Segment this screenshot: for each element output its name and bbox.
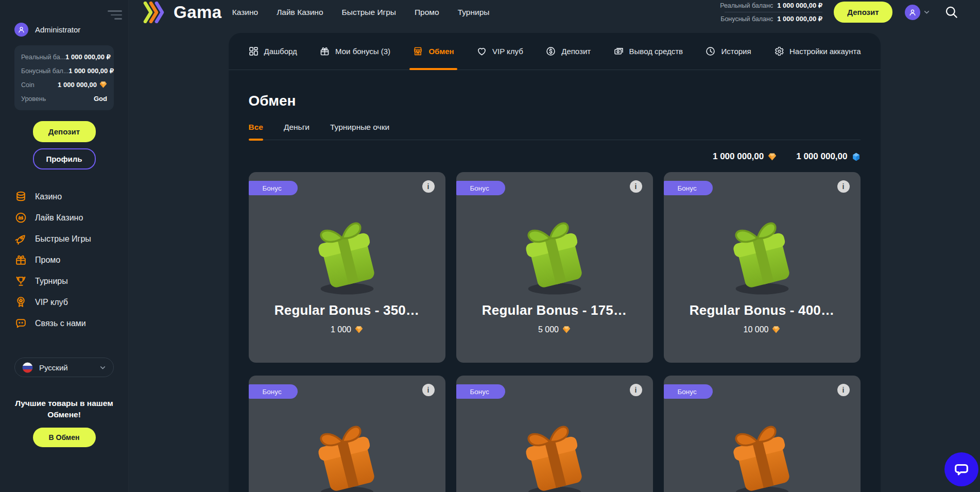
bonus-card[interactable]: Бонус i (456, 376, 653, 492)
quick-games-icon (14, 232, 27, 245)
filter-money[interactable]: Деньги (284, 123, 310, 140)
brand-chevrons-icon (143, 2, 170, 23)
account-menu[interactable] (905, 5, 930, 20)
sidebar-user[interactable]: Administrator (14, 23, 114, 37)
tab-history[interactable]: История (705, 33, 751, 70)
sidebar-promo-text: Лучшие товары в нашем Обмене! (14, 398, 114, 420)
gem-orange-icon (99, 81, 107, 89)
gem-orange-icon (355, 326, 363, 334)
bonus-badge: Бонус (664, 384, 713, 399)
tab-deposit[interactable]: Депозит (545, 33, 591, 70)
top-nav-tournaments[interactable]: Турниры (458, 8, 490, 17)
green-gift-image (506, 212, 604, 297)
tab-my-bonuses[interactable]: Мои бонусы (3) (319, 33, 390, 70)
info-icon[interactable]: i (837, 384, 850, 396)
bonus-badge: Бонус (664, 181, 713, 195)
content-wrapper: Дашборд Мои бонусы (3) Обмен (129, 24, 980, 492)
gem-orange-icon (562, 326, 571, 334)
brand-name: Gama (174, 3, 222, 22)
stat-bonus-balance: Бонусный бал... 1 000 000,00 ₽ (21, 64, 107, 78)
tab-account-settings[interactable]: Настройки аккаунта (773, 33, 861, 70)
green-gift-image (298, 212, 396, 297)
settings-icon (773, 46, 784, 57)
sidebar-item-promo[interactable]: Промо (14, 249, 114, 270)
withdraw-icon (613, 46, 624, 57)
header-bonus-balance: Бонусный баланс 1 000 000,00 ₽ (720, 13, 822, 24)
info-icon[interactable]: i (837, 180, 850, 193)
tab-withdraw[interactable]: Вывод средств (613, 33, 683, 70)
go-to-exchange-button[interactable]: В Обмен (33, 428, 96, 447)
stat-real-balance: Реальный ба... 1 000 000,00 ₽ (21, 50, 107, 64)
info-icon[interactable]: i (630, 384, 642, 396)
deposit-coin-icon (545, 46, 556, 57)
bonus-cards-grid: Бонус i Regular Bonus - 350… 1 000 Бонус… (249, 172, 861, 492)
filter-tournament-points[interactable]: Турнирные очки (330, 123, 389, 140)
live-chat-button[interactable] (944, 452, 978, 486)
top-nav: Казино Лайв Казино Быстрые Игры Промо Ту… (232, 8, 490, 17)
bonus-badge: Бонус (249, 384, 298, 399)
bonus-card[interactable]: Бонус i Regular Bonus - 175… 5 000 (456, 172, 653, 363)
chevron-down-icon (99, 364, 106, 371)
bonus-card[interactable]: Бонус i (664, 376, 861, 492)
gem-orange-icon (768, 152, 777, 161)
stat-coin: Coin 1 000 000,00 (21, 78, 107, 92)
brand-logo[interactable]: Gama (143, 2, 222, 23)
promo-icon (14, 253, 27, 266)
gem-orange-icon (772, 326, 780, 334)
exchange-page: Обмен Все Деньги Турнирные очки 1 000 00… (229, 93, 881, 492)
chat-bubble-icon (953, 461, 970, 478)
contact-icon (14, 317, 27, 330)
bonus-title: Regular Bonus - 400… (690, 302, 834, 318)
bonus-card[interactable]: Бонус i (249, 376, 445, 492)
sidebar-item-quick-games[interactable]: Быстрые Игры (14, 228, 114, 249)
tab-exchange[interactable]: Обмен (412, 33, 454, 70)
exchange-filters: Все Деньги Турнирные очки (249, 123, 861, 140)
info-icon[interactable]: i (422, 384, 435, 396)
language-selector[interactable]: Русский (14, 358, 114, 377)
top-nav-promo[interactable]: Промо (415, 8, 439, 17)
filter-all[interactable]: Все (249, 123, 263, 140)
sidebar-item-contact[interactable]: Связь с нами (14, 313, 114, 334)
gift-icon (319, 46, 330, 57)
heart-icon (476, 46, 487, 57)
top-nav-quick-games[interactable]: Быстрые Игры (342, 8, 396, 17)
bonus-title: Regular Bonus - 175… (482, 302, 627, 318)
bonus-badge: Бонус (456, 181, 505, 195)
bonus-card[interactable]: Бонус i Regular Bonus - 400… 10 000 (664, 172, 861, 363)
search-button[interactable] (944, 5, 958, 19)
tab-dashboard[interactable]: Дашборд (248, 33, 297, 70)
live-casino-icon (14, 211, 27, 224)
bonus-badge: Бонус (456, 384, 505, 399)
orange-gift-image (298, 416, 396, 492)
bonus-card[interactable]: Бонус i Regular Bonus - 350… 1 000 (249, 172, 445, 363)
sidebar-deposit-button[interactable]: Депозит (33, 121, 96, 142)
info-icon[interactable]: i (630, 180, 642, 193)
wallet-coins: 1 000 000,00 (713, 151, 777, 162)
sidebar-item-vip[interactable]: VIP клуб (14, 292, 114, 313)
top-nav-live-casino[interactable]: Лайв Казино (277, 8, 323, 17)
vip-icon (14, 296, 27, 309)
header-balances: Реальный баланс 1 000 000,00 ₽ Бонусный … (720, 0, 822, 24)
language-label: Русский (39, 363, 93, 372)
sidebar-profile-button[interactable]: Профиль (33, 148, 96, 169)
top-nav-casino[interactable]: Казино (232, 8, 258, 17)
header-real-balance: Реальный баланс 1 000 000,00 ₽ (720, 0, 822, 11)
tab-vip-club[interactable]: VIP клуб (476, 33, 523, 70)
menu-hamburger-icon[interactable] (107, 8, 122, 22)
search-icon (944, 5, 958, 19)
green-gift-image (713, 212, 811, 297)
sidebar-item-casino[interactable]: Казино (14, 186, 114, 207)
gem-blue-icon (852, 152, 861, 161)
top-header: Gama Казино Лайв Казино Быстрые Игры Про… (129, 0, 980, 24)
history-icon (705, 46, 716, 57)
account-tabbar: Дашборд Мои бонусы (3) Обмен (229, 33, 881, 70)
tournaments-icon (14, 275, 27, 287)
sidebar-item-tournaments[interactable]: Турниры (14, 270, 114, 292)
bonus-price: 10 000 (744, 325, 781, 334)
header-deposit-button[interactable]: Депозит (834, 2, 892, 23)
bonus-title: Regular Bonus - 350… (274, 302, 419, 318)
bonus-price: 5 000 (538, 325, 571, 334)
info-icon[interactable]: i (422, 180, 435, 193)
sidebar-item-live-casino[interactable]: Лайв Казино (14, 207, 114, 228)
orange-gift-image (506, 416, 604, 492)
